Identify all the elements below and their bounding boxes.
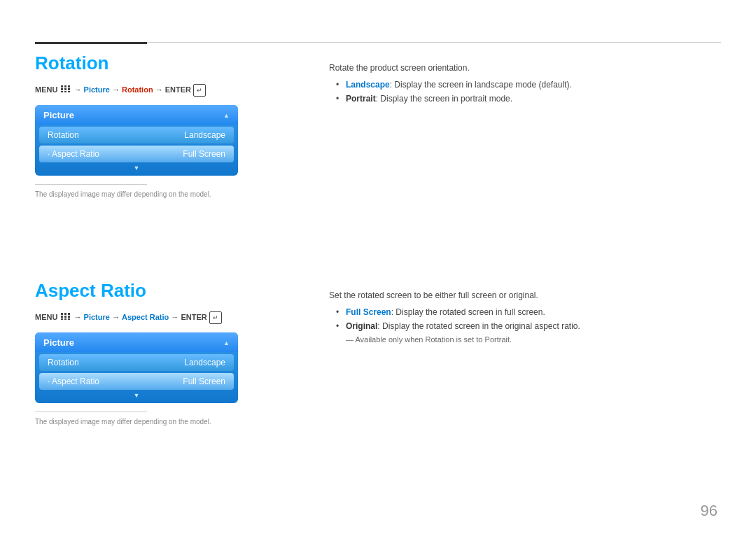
rotation-label: Rotation	[48, 130, 79, 140]
picture2-header-label: Picture	[43, 337, 74, 348]
svg-rect-8	[68, 91, 70, 92]
section1-right: Rotate the product screen orientation. L…	[329, 63, 721, 108]
svg-rect-6	[61, 91, 63, 92]
menu-picture: Picture	[84, 85, 110, 94]
rotation2-label: Rotation	[48, 358, 79, 367]
menu2-icon-container	[61, 311, 70, 324]
picture2-row-aspect: · Aspect Ratio Full Screen	[39, 373, 234, 390]
svg-rect-13	[64, 316, 66, 318]
menu2-picture: Picture	[84, 313, 110, 321]
section2-note: The displayed image may differ depending…	[35, 418, 273, 426]
landscape-highlight: Landscape	[346, 80, 390, 90]
svg-rect-12	[61, 316, 63, 318]
section1-desc: Rotate the product screen orientation.	[329, 63, 721, 73]
section2-picture-box: Picture ▲ Rotation Landscape · Aspect Ra…	[35, 332, 238, 403]
sub-note-end: .	[510, 335, 512, 344]
top-line-accent	[35, 42, 147, 44]
svg-rect-7	[64, 91, 66, 92]
svg-rect-1	[64, 85, 66, 87]
section2-bullets: Full Screen: Display the rotated screen …	[329, 307, 721, 331]
menu2-grid-icon	[61, 313, 70, 320]
aspect2-label: · Aspect Ratio	[48, 377, 99, 386]
svg-rect-16	[64, 318, 66, 320]
rotation2-value: Landscape	[184, 358, 225, 367]
original-text: : Display the rotated screen in the orig…	[377, 321, 580, 331]
section1-bullets: Landscape: Display the screen in landsca…	[329, 80, 721, 104]
menu2-enter-label: ENTER	[181, 313, 206, 321]
svg-rect-3	[61, 88, 63, 90]
section1-left: Rotation MENU → Picture → Rotation → ENT…	[35, 52, 273, 198]
svg-rect-0	[61, 85, 63, 87]
portrait-highlight: Portrait	[346, 94, 376, 104]
picture-header-label: Picture	[43, 110, 74, 120]
bullet-landscape: Landscape: Display the screen in landsca…	[336, 80, 721, 90]
section1-menu-path: MENU → Picture → Rotation → ENTER ↵	[35, 84, 273, 97]
sub-note-rotation: Rotation	[426, 335, 454, 344]
aspect-value: Full Screen	[183, 149, 225, 159]
menu-icon-container	[61, 84, 70, 97]
picture2-row-rotation: Rotation Landscape	[39, 354, 234, 371]
bullet-portrait: Portrait: Display the screen in portrait…	[336, 94, 721, 104]
menu-rotation: Rotation	[122, 85, 153, 94]
sub-note-prefix: Available only when	[355, 335, 425, 344]
section1-note: The displayed image may differ depending…	[35, 190, 273, 198]
svg-rect-2	[68, 85, 70, 87]
svg-rect-11	[68, 313, 70, 315]
aspect2-value: Full Screen	[183, 377, 225, 386]
menu-grid-icon	[61, 85, 70, 92]
section2-menu-path: MENU → Picture → Aspect Ratio → ENTER ↵	[35, 311, 273, 324]
svg-rect-14	[68, 316, 70, 318]
section2-divider	[35, 412, 147, 412]
original-highlight: Original	[346, 321, 377, 331]
down-arrow-icon: ▼	[35, 164, 238, 171]
enter-icon: ↵	[193, 84, 206, 97]
menu-enter-label: ENTER	[165, 85, 191, 94]
picture-row-aspect: · Aspect Ratio Full Screen	[39, 146, 234, 162]
sub-note-mid: is set to	[454, 335, 485, 344]
fullscreen-highlight: Full Screen	[346, 307, 391, 317]
bullet-fullscreen: Full Screen: Display the rotated screen …	[336, 307, 721, 317]
picture-row-rotation: Rotation Landscape	[39, 127, 234, 143]
svg-rect-9	[61, 313, 63, 315]
section2-right: Set the rotated screen to be either full…	[329, 290, 721, 344]
menu-label: MENU	[35, 85, 57, 94]
section1-divider	[35, 184, 147, 185]
fullscreen-text: : Display the rotated screen in full scr…	[391, 307, 545, 317]
page-number: 96	[701, 502, 718, 520]
section1-title: Rotation	[35, 52, 273, 74]
down-arrow2-icon: ▼	[35, 392, 238, 399]
section2-title: Aspect Ratio	[35, 280, 273, 302]
portrait-text: : Display the screen in portrait mode.	[376, 94, 512, 104]
landscape-text: : Display the screen in landscape mode (…	[390, 80, 572, 90]
svg-rect-15	[61, 318, 63, 320]
section2-desc: Set the rotated screen to be either full…	[329, 290, 721, 300]
menu2-aspect: Aspect Ratio	[122, 313, 169, 321]
menu2-label: MENU	[35, 313, 57, 321]
section2-sub-note: Available only when Rotation is set to P…	[329, 335, 721, 344]
rotation-value: Landscape	[184, 130, 225, 140]
svg-rect-4	[64, 88, 66, 90]
svg-rect-17	[68, 318, 70, 320]
svg-rect-10	[64, 313, 66, 315]
up-arrow2-icon: ▲	[223, 339, 230, 346]
aspect-label: · Aspect Ratio	[48, 149, 99, 159]
up-arrow-icon: ▲	[223, 112, 230, 119]
enter2-icon: ↵	[209, 311, 222, 324]
bullet-original: Original: Display the rotated screen in …	[336, 321, 721, 331]
section2-left: Aspect Ratio MENU → Picture → Aspect Rat…	[35, 280, 273, 426]
picture-box2-header: Picture ▲	[35, 332, 238, 352]
section1-picture-box: Picture ▲ Rotation Landscape · Aspect Ra…	[35, 105, 238, 176]
sub-note-portrait: Portrait	[485, 335, 510, 344]
picture-box-header: Picture ▲	[35, 105, 238, 125]
svg-rect-5	[68, 88, 70, 90]
